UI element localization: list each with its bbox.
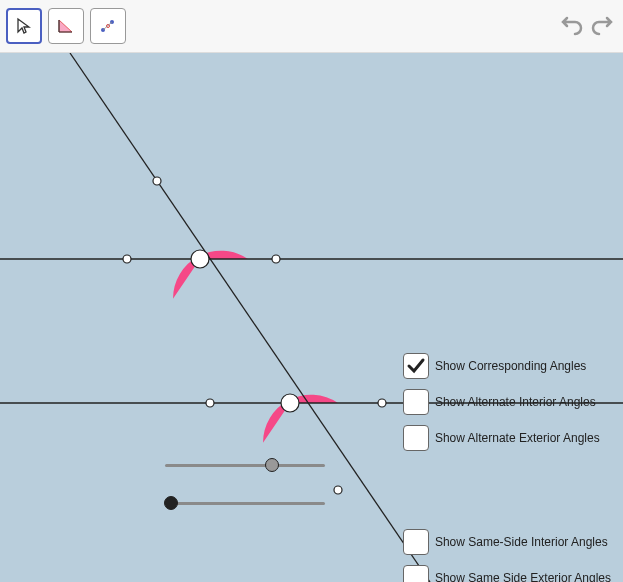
checkbox-row-alt-interior: Show Alternate Interior Angles [403, 384, 611, 420]
checkbox-row-corresponding: Show Corresponding Angles [403, 348, 611, 384]
checkbox-row-alt-exterior: Show Alternate Exterior Angles [403, 420, 611, 456]
checkbox-row-same-interior: Show Same-Side Interior Angles [403, 524, 611, 560]
undo-redo-group [559, 13, 615, 39]
toolbar [0, 0, 623, 53]
pointer-icon [15, 17, 33, 35]
undo-button[interactable] [559, 13, 585, 39]
tool-locus[interactable] [90, 8, 126, 44]
point-3[interactable] [272, 255, 280, 263]
checkbox-label: Show Same Side Exterior Angles [435, 571, 611, 582]
checkbox-label: Show Corresponding Angles [435, 359, 586, 373]
point-5[interactable] [281, 394, 299, 412]
checkbox-same-interior[interactable] [403, 529, 429, 555]
point-7[interactable] [334, 486, 342, 494]
checkbox-same-exterior[interactable] [403, 565, 429, 582]
slider-track [165, 502, 325, 505]
redo-button[interactable] [589, 13, 615, 39]
slider-slider2[interactable] [165, 493, 325, 513]
undo-icon [561, 15, 583, 37]
point-0[interactable] [153, 177, 161, 185]
slider-slider1[interactable] [165, 455, 325, 475]
slider-track [165, 464, 325, 467]
checkbox-alt-interior[interactable] [403, 389, 429, 415]
tool-pointer[interactable] [6, 8, 42, 44]
point-2[interactable] [191, 250, 209, 268]
tool-angle[interactable] [48, 8, 84, 44]
point-1[interactable] [123, 255, 131, 263]
angle-arc-1 [173, 251, 248, 299]
angle-arc-2 [263, 395, 338, 443]
checkbox-label: Show Same-Side Interior Angles [435, 535, 608, 549]
checkbox-alt-exterior[interactable] [403, 425, 429, 451]
checkbox-label: Show Alternate Interior Angles [435, 395, 596, 409]
check-icon [406, 356, 426, 376]
point-6[interactable] [378, 399, 386, 407]
checkbox-label: Show Alternate Exterior Angles [435, 431, 600, 445]
slider-thumb[interactable] [164, 496, 178, 510]
geometry-canvas[interactable]: Show Corresponding AnglesShow Alternate … [0, 53, 623, 582]
slider-thumb[interactable] [265, 458, 279, 472]
angle-icon [56, 16, 76, 36]
redo-icon [591, 15, 613, 37]
locus-icon [98, 16, 118, 36]
checkbox-corresponding[interactable] [403, 353, 429, 379]
checkbox-row-same-exterior: Show Same Side Exterior Angles [403, 560, 611, 582]
control-panel: Show Corresponding AnglesShow Alternate … [403, 348, 611, 582]
point-4[interactable] [206, 399, 214, 407]
